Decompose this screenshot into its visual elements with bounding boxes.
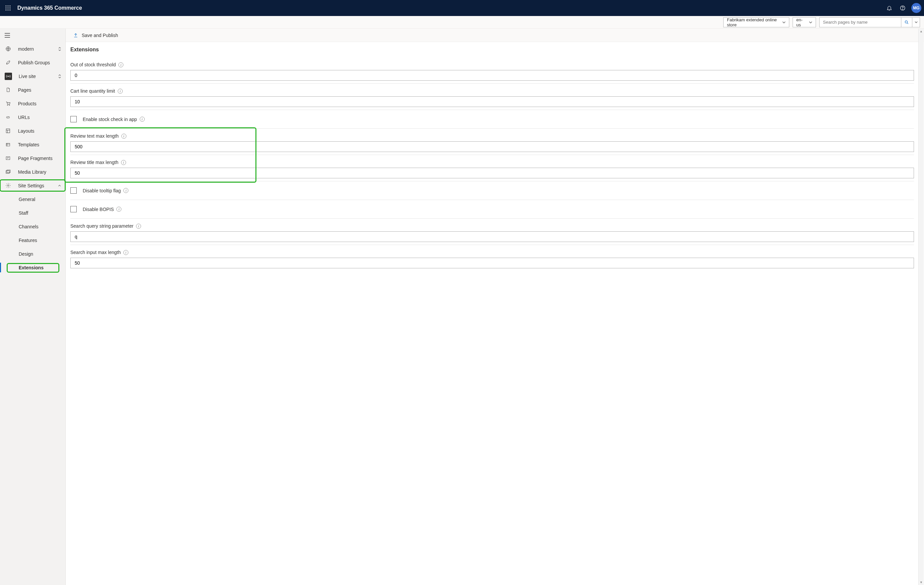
sidebar-item-label: Media Library — [18, 169, 46, 175]
info-icon[interactable]: i — [136, 224, 141, 229]
field-enable-stock-check: Enable stock check in app i — [70, 110, 914, 129]
svg-point-2 — [10, 6, 11, 7]
link-icon — [5, 115, 12, 120]
sidebar-item-templates[interactable]: Templates — [0, 138, 65, 152]
sidebar-item-label: Pages — [18, 87, 31, 93]
sidebar-item-site-settings[interactable]: Site Settings — [0, 179, 65, 192]
info-icon[interactable]: i — [124, 188, 129, 193]
disable-bopis-checkbox[interactable] — [70, 206, 77, 213]
info-icon[interactable]: i — [116, 207, 121, 212]
enable-stock-check-checkbox[interactable] — [70, 116, 77, 122]
search-button[interactable] — [901, 17, 912, 27]
command-bar: Save and Publish — [66, 29, 924, 42]
svg-point-4 — [8, 8, 9, 9]
field-label: Enable stock check in app i — [83, 117, 145, 122]
search-group — [819, 17, 920, 27]
language-dropdown[interactable]: en-us — [793, 17, 816, 27]
review-text-max-length-input[interactable] — [70, 141, 914, 152]
field-review-title-max-length: Review title max length i — [70, 155, 914, 181]
rocket-icon — [5, 60, 12, 65]
save-publish-button[interactable]: Save and Publish — [82, 33, 118, 38]
sidebar-item-layouts[interactable]: Layouts — [0, 124, 65, 138]
field-label: Out of stock threshold i — [70, 62, 914, 68]
info-icon[interactable]: i — [140, 117, 145, 122]
sidebar-subitem-channels[interactable]: Channels — [0, 220, 65, 233]
field-label: Review title max length i — [70, 160, 914, 165]
sidebar-subitem-features[interactable]: Features — [0, 233, 65, 247]
media-icon — [5, 169, 12, 175]
field-search-query-string-parameter: Search query string parameter i — [70, 219, 914, 245]
cart-icon — [5, 101, 12, 106]
chevron-down-icon — [809, 21, 812, 24]
search-input[interactable] — [819, 17, 901, 27]
field-disable-tooltip-flag: Disable tooltip flag i — [70, 181, 914, 200]
fragment-icon — [5, 156, 12, 161]
vertical-scrollbar[interactable]: ▲ ▼ — [918, 29, 924, 585]
gear-icon — [5, 183, 12, 188]
svg-point-14 — [7, 105, 8, 105]
upload-icon — [73, 33, 78, 38]
sidebar-item-label: URLs — [18, 115, 30, 120]
help-icon[interactable] — [896, 1, 909, 15]
user-avatar[interactable]: MG — [911, 3, 921, 13]
disable-tooltip-flag-checkbox[interactable] — [70, 187, 77, 194]
sidebar-item-label: Layouts — [18, 129, 35, 133]
sidebar-subitem-staff[interactable]: Staff — [0, 206, 65, 220]
app-brand: Dynamics 365 Commerce — [17, 5, 82, 11]
svg-point-13 — [8, 76, 9, 76]
page-subheader: Fabrikam extended online store en-us — [0, 16, 924, 29]
sidebar-item-page-fragments[interactable]: Page Fragments — [0, 152, 65, 165]
sidebar-toggle-icon[interactable] — [0, 29, 65, 42]
info-icon[interactable]: i — [118, 62, 124, 68]
sidebar-item-label: Products — [18, 101, 36, 106]
sidebar-item-products[interactable]: Products — [0, 97, 65, 110]
sidebar-item-label: Templates — [18, 142, 40, 147]
scroll-down-icon[interactable]: ▼ — [919, 580, 924, 585]
app-launcher-icon[interactable] — [3, 3, 13, 13]
sort-icon — [58, 47, 61, 51]
sidebar-item-live-site[interactable]: Live site — [0, 69, 65, 83]
field-cart-line-quantity-limit: Cart line quantity limit i — [70, 84, 914, 110]
sort-icon — [58, 74, 61, 79]
field-label: Review text max length i — [70, 133, 914, 138]
sidebar: modern Publish Groups Live site Pa — [0, 29, 66, 585]
cart-line-quantity-limit-input[interactable] — [70, 96, 914, 107]
notifications-icon[interactable] — [883, 1, 896, 15]
info-icon[interactable]: i — [118, 89, 123, 94]
out-of-stock-threshold-input[interactable] — [70, 70, 914, 81]
sidebar-subitem-general[interactable]: General — [0, 192, 65, 206]
search-more-button[interactable] — [912, 17, 920, 27]
sidebar-item-label: modern — [18, 46, 34, 52]
info-icon[interactable]: i — [124, 250, 129, 255]
sidebar-item-publish-groups[interactable]: Publish Groups — [0, 56, 65, 69]
sidebar-item-label: Publish Groups — [18, 60, 50, 65]
chevron-down-icon — [782, 21, 785, 24]
page-icon — [5, 87, 12, 93]
field-label: Search input max length i — [70, 250, 914, 255]
sidebar-subitem-extensions[interactable]: Extensions — [0, 261, 65, 274]
field-label: Disable tooltip flag i — [83, 188, 129, 193]
review-title-max-length-input[interactable] — [70, 168, 914, 178]
sidebar-item-urls[interactable]: URLs — [0, 110, 65, 124]
language-dropdown-value: en-us — [796, 17, 806, 27]
sidebar-item-label: Page Fragments — [18, 156, 53, 161]
field-label: Cart line quantity limit i — [70, 88, 914, 94]
content-area: Extensions Out of stock threshold i Cart… — [66, 42, 924, 585]
sidebar-item-site-switcher[interactable]: modern — [0, 42, 65, 56]
store-dropdown[interactable]: Fabrikam extended online store — [723, 17, 789, 27]
sidebar-item-pages[interactable]: Pages — [0, 83, 65, 97]
store-dropdown-value: Fabrikam extended online store — [727, 17, 780, 27]
template-icon — [5, 142, 12, 147]
search-input-max-length-input[interactable] — [70, 258, 914, 269]
field-out-of-stock-threshold: Out of stock threshold i — [70, 57, 914, 84]
sidebar-item-media-library[interactable]: Media Library — [0, 165, 65, 179]
scroll-up-icon[interactable]: ▲ — [919, 29, 924, 34]
svg-point-3 — [6, 8, 7, 9]
broadcast-icon — [5, 73, 12, 80]
info-icon[interactable]: i — [121, 133, 126, 138]
main-area: Save and Publish Extensions Out of stock… — [66, 29, 924, 585]
app-header: Dynamics 365 Commerce MG — [0, 0, 924, 16]
info-icon[interactable]: i — [121, 160, 126, 165]
search-query-string-parameter-input[interactable] — [70, 231, 914, 242]
sidebar-subitem-design[interactable]: Design — [0, 247, 65, 261]
